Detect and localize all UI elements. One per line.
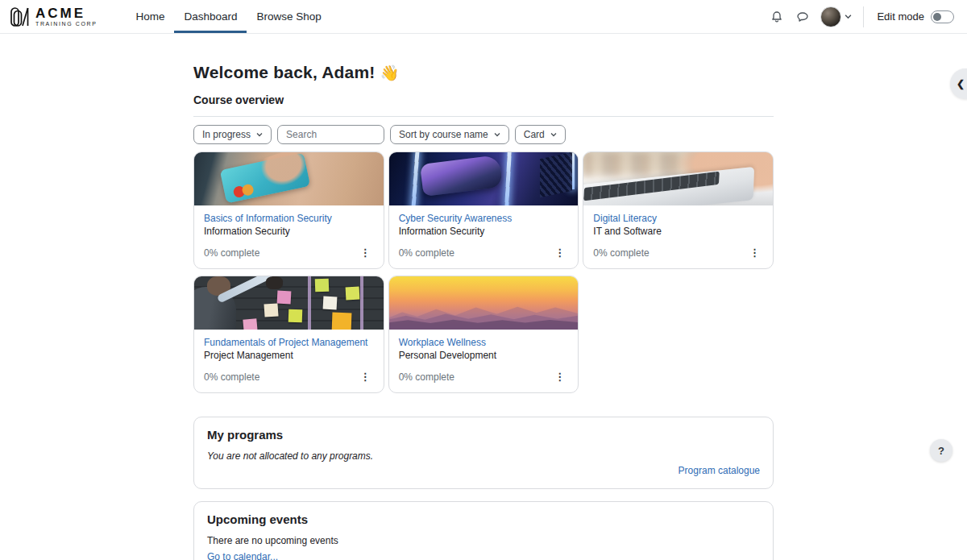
notifications-bell-icon[interactable] <box>767 7 786 27</box>
nav-link-home[interactable]: Home <box>126 0 174 33</box>
decorative-shape <box>420 155 503 196</box>
course-card: Cyber Security Awareness Information Sec… <box>388 151 579 269</box>
messages-chat-icon[interactable] <box>793 7 812 27</box>
my-programs-panel: My programs You are not allocated to any… <box>193 417 774 489</box>
edit-mode-toggle[interactable] <box>931 10 954 23</box>
course-image-laptop[interactable] <box>583 152 773 205</box>
course-category: Information Security <box>399 226 569 237</box>
user-menu[interactable] <box>820 6 852 27</box>
course-overview-heading: Course overview <box>193 93 774 106</box>
question-mark-icon: ? <box>938 445 944 457</box>
course-category: Information Security <box>204 226 374 237</box>
filter-display-dropdown[interactable]: Card <box>515 125 566 144</box>
my-programs-heading: My programs <box>207 428 760 442</box>
program-catalogue-link[interactable]: Program catalogue <box>679 465 760 476</box>
course-grid: Basics of Information Security Informati… <box>193 151 774 393</box>
my-programs-empty-text: You are not allocated to any programs. <box>207 450 760 462</box>
edit-mode-toggle-knob <box>933 13 941 21</box>
decorative-shape <box>264 304 278 317</box>
decorative-shape <box>412 152 420 205</box>
decorative-shape <box>288 309 303 323</box>
upcoming-events-empty-text: There are no upcoming events <box>207 535 760 546</box>
course-image-vr-headset[interactable] <box>389 152 579 205</box>
decorative-shape <box>322 297 337 310</box>
filter-sort-dropdown[interactable]: Sort by course name <box>390 125 509 144</box>
chevron-down-icon <box>845 13 852 20</box>
course-category: Project Management <box>204 350 374 361</box>
brand-name: ACME <box>35 6 97 20</box>
upcoming-events-heading: Upcoming events <box>207 512 760 526</box>
course-card: Fundamentals of Project Management Proje… <box>193 276 384 393</box>
course-menu-kebab-icon[interactable]: ⋮ <box>357 246 374 259</box>
brand-logo[interactable]: ACME TRAINING CORP <box>10 0 97 33</box>
open-block-drawer-button[interactable]: ❮ <box>950 68 967 99</box>
primary-nav: Home Dashboard Browse Shop <box>126 0 330 33</box>
chevron-down-icon <box>550 131 557 138</box>
course-title-link[interactable]: Workplace Wellness <box>399 337 569 348</box>
course-progress: 0% complete <box>399 247 454 259</box>
course-image-sunset[interactable] <box>389 276 579 330</box>
decorative-shape <box>243 318 257 330</box>
chevron-down-icon <box>494 131 500 138</box>
course-card: Basics of Information Security Informati… <box>193 151 384 269</box>
decorative-shape <box>540 152 572 197</box>
decorative-shape <box>504 152 512 205</box>
decorative-shape <box>315 278 330 292</box>
decorative-shape <box>345 287 359 301</box>
course-category: IT and Software <box>593 226 763 237</box>
course-title-link[interactable]: Basics of Information Security <box>204 213 374 224</box>
brand-tagline: TRAINING CORP <box>35 21 97 27</box>
brand-logo-icon <box>10 6 31 28</box>
course-title-link[interactable]: Digital Literacy <box>593 213 763 224</box>
course-title-link[interactable]: Fundamentals of Project Management <box>204 337 374 348</box>
decorative-shape <box>308 276 311 330</box>
nav-link-browse-shop[interactable]: Browse Shop <box>247 0 330 33</box>
course-progress: 0% complete <box>204 247 259 259</box>
edit-mode-label: Edit mode <box>877 10 924 23</box>
course-menu-kebab-icon[interactable]: ⋮ <box>746 246 763 259</box>
filter-grouping-dropdown[interactable]: In progress <box>193 125 272 144</box>
course-image-sticky-notes[interactable] <box>194 276 384 330</box>
decorative-shape <box>332 312 352 330</box>
top-navbar: ACME TRAINING CORP Home Dashboard Browse… <box>0 0 967 34</box>
course-image-credit-card[interactable] <box>194 152 384 205</box>
navbar-right: Edit mode <box>767 0 954 33</box>
decorative-shape <box>277 291 292 305</box>
navbar-divider <box>863 6 864 27</box>
nav-link-dashboard[interactable]: Dashboard <box>174 0 247 33</box>
course-filters: In progress Sort by course name Card <box>193 125 774 144</box>
chevron-left-icon: ❮ <box>957 78 965 89</box>
wave-emoji: 👋 <box>380 64 400 81</box>
course-progress: 0% complete <box>399 371 454 383</box>
user-avatar <box>820 6 841 27</box>
help-button[interactable]: ? <box>930 439 952 462</box>
dashboard-page: ACME TRAINING CORP Home Dashboard Browse… <box>0 0 967 560</box>
edit-mode-control: Edit mode <box>877 10 954 23</box>
course-card: Digital Literacy IT and Software 0% comp… <box>583 151 774 269</box>
course-card: Workplace Wellness Personal Development … <box>388 276 579 393</box>
welcome-heading: Welcome back, Adam! 👋 <box>193 63 774 82</box>
course-menu-kebab-icon[interactable]: ⋮ <box>357 370 374 384</box>
course-progress: 0% complete <box>204 371 259 383</box>
section-divider <box>193 116 774 117</box>
decorative-shape <box>266 276 283 289</box>
course-menu-kebab-icon[interactable]: ⋮ <box>551 370 568 384</box>
course-progress: 0% complete <box>593 247 649 259</box>
course-search-input[interactable] <box>277 125 384 144</box>
go-to-calendar-link[interactable]: Go to calendar... <box>207 551 278 560</box>
course-title-link[interactable]: Cyber Security Awareness <box>399 213 569 224</box>
decorative-shape <box>360 276 363 330</box>
course-menu-kebab-icon[interactable]: ⋮ <box>551 246 568 259</box>
course-category: Personal Development <box>399 350 569 361</box>
chevron-down-icon <box>256 131 263 138</box>
main-content: Welcome back, Adam! 👋 Course overview In… <box>193 34 774 560</box>
upcoming-events-panel: Upcoming events There are no upcoming ev… <box>193 501 774 560</box>
